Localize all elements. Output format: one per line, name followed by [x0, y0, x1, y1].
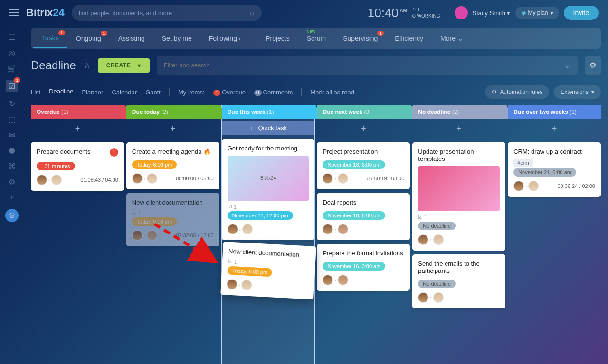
overdue-filter[interactable]: 1Overdue — [213, 89, 246, 96]
filter-input[interactable] — [164, 62, 566, 69]
tab-following[interactable]: Following ‹ — [200, 29, 249, 48]
avatar — [242, 224, 253, 234]
task-card[interactable]: Create a meeting agenda 🔥 Today, 6:00 pm… — [126, 142, 219, 189]
kanban-board: Overdue (1) + Prepare documents1 - 31 mi… — [31, 105, 601, 364]
shield-icon[interactable]: ⬣ — [8, 146, 16, 155]
task-image: Bitrix24 — [228, 156, 309, 201]
tab-projects[interactable]: Projects — [257, 29, 298, 48]
plus-icon[interactable]: + — [8, 193, 16, 202]
view-planner[interactable]: Planner — [82, 89, 104, 96]
task-card[interactable]: Get ready for the meeting Bitrix24 ☑ 1 N… — [222, 139, 315, 240]
view-gantt[interactable]: Gantt — [145, 89, 161, 96]
timer: 00:36:24 / 02:00 — [557, 183, 595, 189]
avatar — [132, 173, 142, 184]
search-icon[interactable]: ⌕ — [566, 61, 570, 70]
tab-setbyme[interactable]: Set by me — [153, 29, 200, 48]
task-card[interactable]: CRM: draw up a contract #crm November 21… — [508, 142, 601, 197]
mark-all-read[interactable]: Mark all as read — [310, 89, 354, 96]
filter-search[interactable]: ⌕ — [157, 56, 578, 75]
tab-supervising[interactable]: Supervising1 — [334, 29, 386, 48]
page-title: Deadline — [31, 59, 76, 72]
search-icon[interactable]: ⌕ — [250, 9, 255, 17]
clock: 10:40AM ⚐ 1 ⊙ WORKING — [368, 6, 440, 20]
target-icon[interactable]: ◎ — [8, 48, 16, 57]
avatar — [338, 275, 348, 285]
refresh-icon[interactable]: ↻ — [8, 99, 16, 108]
view-deadline[interactable]: Deadline — [49, 88, 73, 96]
task-card-dragging[interactable]: New client documentation ☑ 1 Today, 6:00… — [220, 242, 316, 299]
robot-icon: ⚙ — [492, 89, 497, 95]
avatar — [323, 224, 333, 234]
deadline-pill: Today, 6:00 pm — [132, 160, 177, 169]
gear-icon[interactable]: ⚙ — [8, 177, 16, 186]
add-task-button[interactable]: + — [31, 119, 124, 139]
extensions-button[interactable]: Extensions ▾ — [554, 85, 601, 99]
tab-more[interactable]: More ⌄ — [432, 29, 472, 48]
column-due-today: Due today (2) + Create a meeting agenda … — [126, 105, 219, 364]
avatar — [433, 234, 444, 245]
user-avatar[interactable] — [455, 6, 468, 19]
add-task-button[interactable]: + — [126, 119, 219, 139]
logo[interactable]: Bitrix24 — [26, 7, 65, 19]
my-plan-button[interactable]: ◉My plan ▾ — [515, 7, 559, 19]
create-button[interactable]: CREATE▾ — [98, 58, 150, 73]
comments-filter[interactable]: 0Comments — [254, 89, 293, 96]
column-header: Due today (2) — [126, 105, 219, 119]
checklist-icon: ☑ 1 — [132, 210, 214, 216]
avatar — [51, 175, 62, 185]
timer: 05:50:19 / 03:00 — [367, 176, 405, 181]
robot-icon[interactable]: ⬚ — [8, 115, 16, 123]
view-list[interactable]: List — [31, 89, 40, 96]
global-search[interactable]: ⌕ — [72, 5, 262, 21]
deadline-pill: November 18, 6:00 pm — [323, 160, 385, 169]
task-card[interactable]: Send the emails to the participants No d… — [412, 254, 505, 308]
automation-rules-button[interactable]: ⚙Automation rules — [485, 85, 549, 99]
tab-assisting[interactable]: Assisting — [110, 29, 153, 48]
task-card[interactable]: Prepare the formal invitations November … — [317, 244, 410, 291]
invite-button[interactable]: Invite — [564, 6, 598, 20]
task-card[interactable]: Update presentation templates ☑ 1 No dea… — [412, 142, 505, 251]
task-card[interactable]: Prepare documents1 - 31 minutes ›01:08:4… — [31, 142, 124, 191]
hamburger-icon[interactable] — [10, 9, 19, 16]
tabs-bar: Tasks1 Ongoing1 Assisting Set by me Foll… — [31, 28, 601, 49]
crown-icon[interactable]: ♛ — [5, 209, 19, 222]
add-task-button[interactable]: + — [317, 119, 410, 139]
avatar — [513, 181, 524, 191]
task-card[interactable]: Deal reports November 18, 6:00 pm › — [317, 193, 410, 240]
column-due-next-week: Due next week (3) + Project presentation… — [317, 105, 410, 364]
settings-button[interactable]: ⚙ — [585, 56, 601, 75]
user-name[interactable]: Stacy Smith ▾ — [473, 9, 511, 17]
quick-task-button[interactable]: + Quick task — [222, 121, 315, 135]
sitemap-icon[interactable]: ⌘ — [8, 162, 16, 170]
task-card-ghost[interactable]: New client documentation ☑ 1 Today, 6:00… — [126, 193, 219, 246]
add-task-button[interactable]: + — [508, 119, 601, 139]
tag[interactable]: #crm — [513, 159, 532, 167]
avatar — [528, 181, 539, 191]
tab-tasks[interactable]: Tasks1 — [33, 28, 67, 48]
timer: 01:08:43 / 04:00 — [80, 177, 118, 183]
column-header: Due over two weeks (1) — [508, 105, 601, 119]
cart-icon[interactable]: 🛒 — [8, 64, 16, 73]
tab-scrum[interactable]: Scrum — [298, 29, 334, 48]
timer: 00:00:00 / 05:00 — [176, 176, 214, 181]
avatar — [226, 279, 237, 289]
filter-icon[interactable]: ☰ — [8, 33, 16, 41]
working-status: ⚐ 1 ⊙ WORKING — [412, 7, 440, 19]
avatar — [323, 173, 333, 184]
mail-icon[interactable]: ✉ — [8, 131, 16, 139]
avatar — [418, 292, 428, 303]
my-items-label: My items: — [178, 89, 205, 96]
view-calendar[interactable]: Calendar — [112, 89, 137, 96]
task-card[interactable]: Project presentation November 18, 6:00 p… — [317, 142, 410, 189]
deadline-pill: November 11, 12:00 pm — [228, 211, 293, 220]
search-input[interactable] — [79, 9, 245, 17]
tasks-icon[interactable]: ☑1 — [6, 80, 18, 92]
deadline-pill: November 18, 6:00 pm — [323, 211, 385, 220]
top-bar: Bitrix24 ⌕ 10:40AM ⚐ 1 ⊙ WORKING Stacy S… — [0, 0, 608, 26]
tab-ongoing[interactable]: Ongoing1 — [67, 29, 110, 48]
tab-efficiency[interactable]: Efficiency — [386, 29, 432, 48]
star-icon[interactable]: ☆ — [83, 60, 91, 71]
deadline-pill: - 31 minutes — [37, 162, 75, 170]
avatar — [433, 292, 444, 303]
add-task-button[interactable]: + — [412, 119, 505, 139]
